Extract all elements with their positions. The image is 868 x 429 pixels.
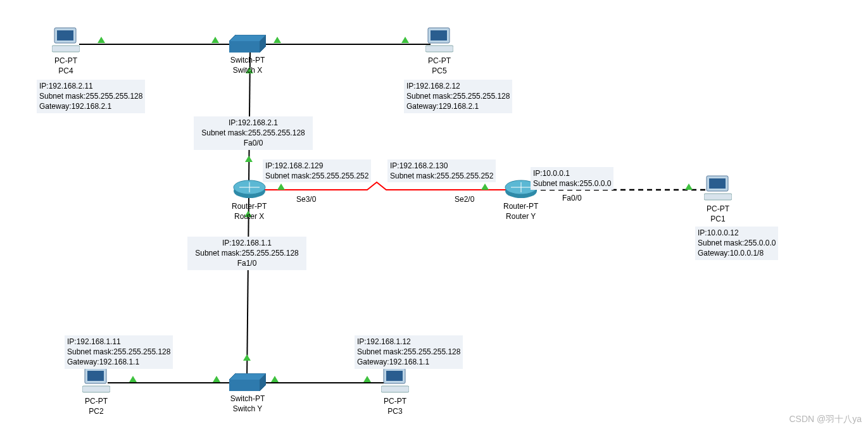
router-icon (233, 180, 266, 199)
device-type: Router-PT (232, 202, 267, 211)
config-pc4[interactable]: IP:192.168.2.11 Subnet mask:255.255.255.… (37, 80, 145, 113)
device-type: Switch-PT (230, 56, 265, 65)
svg-rect-12 (425, 46, 453, 52)
switch-icon (229, 373, 266, 391)
pc-icon (52, 27, 80, 53)
pc-icon (704, 175, 732, 201)
svg-rect-29 (704, 194, 732, 200)
device-name: Router X (234, 212, 264, 221)
svg-rect-31 (87, 371, 104, 381)
config-ry-se20[interactable]: IP:192.168.2.130 Subnet mask:255.255.255… (387, 159, 496, 182)
config-rx-fa00[interactable]: IP:192.168.2.1Subnet mask:255.255.255.12… (194, 116, 313, 150)
device-name: Switch Y (233, 404, 262, 413)
label-se30: Se3/0 (296, 195, 316, 204)
device-pc3[interactable]: PC-PTPC3 (381, 367, 409, 416)
device-name: Router Y (506, 212, 536, 221)
config-ry-fa00[interactable]: IP:10.0.0.1 Subnet mask:255.0.0.0 (531, 167, 613, 190)
device-type: PC-PT (707, 204, 729, 213)
pc-icon (82, 367, 110, 394)
svg-rect-34 (386, 371, 403, 381)
label-se20: Se2/0 (455, 195, 474, 204)
device-type: Switch-PT (230, 394, 265, 403)
device-name: PC5 (432, 66, 446, 75)
device-switch-y[interactable]: Switch-PTSwitch Y (229, 373, 266, 414)
svg-marker-14 (229, 41, 260, 53)
config-pc3[interactable]: IP:192.168.1.12 Subnet mask:255.255.255.… (355, 335, 463, 369)
device-router-x[interactable]: Router-PTRouter X (232, 180, 267, 221)
switch-icon (229, 35, 266, 53)
config-pc5[interactable]: IP:192.168.2.12 Subnet mask:255.255.255.… (404, 80, 512, 113)
svg-marker-17 (229, 380, 260, 391)
device-pc5[interactable]: PC-PTPC5 (425, 27, 453, 76)
device-type: PC-PT (54, 56, 77, 65)
device-type: Router-PT (503, 202, 538, 211)
svg-rect-32 (82, 386, 110, 392)
pc-icon (381, 367, 409, 394)
config-rx-se30[interactable]: IP:192.168.2.129 Subnet mask:255.255.255… (263, 159, 371, 182)
device-name: PC2 (89, 407, 103, 416)
device-pc4[interactable]: PC-PTPC4 (52, 27, 80, 76)
device-name: PC4 (58, 66, 73, 75)
label-fa00-ry: Fa0/0 (562, 194, 582, 202)
config-pc2[interactable]: IP:192.168.1.11 Subnet mask:255.255.255.… (65, 335, 173, 369)
svg-rect-8 (57, 30, 73, 40)
svg-rect-35 (381, 386, 409, 392)
device-pc2[interactable]: PC-PTPC2 (82, 367, 110, 416)
device-name: PC1 (710, 214, 725, 223)
device-type: PC-PT (85, 397, 108, 406)
svg-rect-28 (709, 178, 726, 189)
topology-canvas: PC-PTPC4 PC-PTPC5 Switch-PTSwitch X Swit… (0, 0, 868, 429)
svg-line-3 (247, 196, 249, 380)
watermark: CSDN @羽十八ya (789, 414, 862, 425)
svg-rect-9 (52, 46, 80, 52)
device-type: PC-PT (428, 56, 451, 65)
config-rx-fa10[interactable]: IP:192.168.1.1Subnet mask:255.255.255.12… (187, 237, 306, 270)
config-pc1[interactable]: IP:10.0.0.12 Subnet mask:255.0.0.0 Gatew… (695, 227, 778, 260)
device-switch-x[interactable]: Switch-PTSwitch X (229, 35, 266, 75)
device-name: PC3 (387, 407, 402, 416)
device-pc1[interactable]: PC-PTPC1 (704, 175, 732, 224)
device-name: Switch X (233, 66, 263, 75)
pc-icon (425, 27, 453, 53)
svg-rect-11 (431, 30, 447, 40)
device-type: PC-PT (384, 397, 406, 406)
